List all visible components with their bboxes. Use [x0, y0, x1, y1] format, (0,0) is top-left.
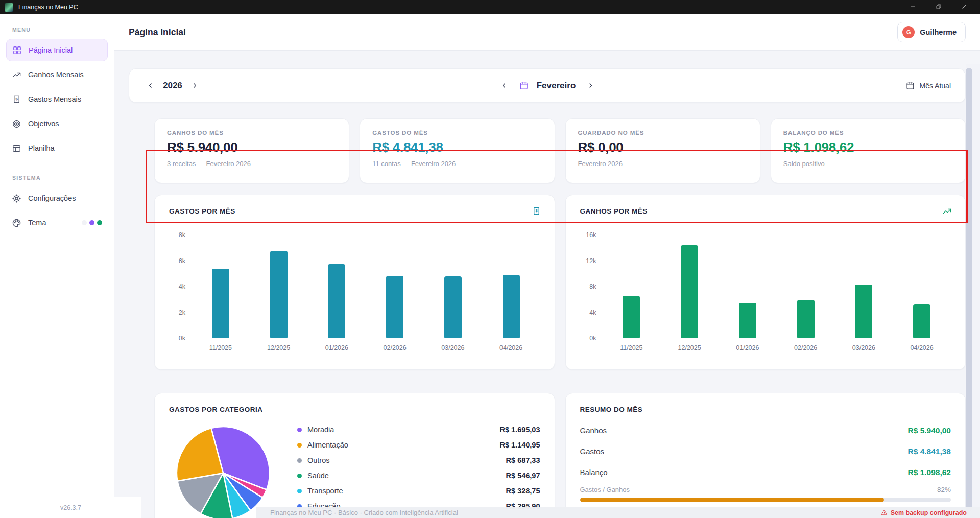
y-axis: 0k4k8k12k16k — [580, 233, 603, 351]
stat-card-ganhos: GANHOS DO MÊS R$ 5.940,00 3 receitas — F… — [154, 118, 349, 183]
sidebar-item-label: Planilha — [28, 144, 55, 152]
stat-value: R$ 5.940,00 — [167, 139, 337, 155]
backup-warning[interactable]: Sem backup configurado — [881, 509, 967, 516]
x-tick-label: 02/2026 — [794, 338, 817, 351]
window-title: Finanças no Meu PC — [18, 4, 78, 11]
y-tick-label: 0k — [589, 335, 596, 342]
resumo-row-gastos: Gastos R$ 4.841,38 — [580, 441, 951, 462]
legend-value: R$ 546,97 — [506, 472, 540, 480]
sidebar-item-planilha[interactable]: Planilha — [6, 137, 108, 159]
current-month-button[interactable]: Mês Atual — [905, 81, 951, 90]
theme-dot-green[interactable] — [97, 220, 102, 225]
ratio-row: Gastos / Ganhos 82% — [580, 486, 951, 493]
chart-title: GASTOS POR MÊS — [169, 207, 540, 215]
bar[interactable] — [681, 245, 698, 338]
minimize-icon — [910, 3, 916, 12]
bar[interactable] — [270, 251, 288, 338]
legend-label: Outros — [307, 456, 330, 464]
sidebar-item-pagina-inicial[interactable]: Página Inicial — [6, 39, 108, 61]
scrollbar-thumb[interactable] — [966, 68, 972, 511]
bar-chart-ganhos: 0k4k8k12k16k 11/202512/202501/202602/202… — [580, 233, 951, 351]
sidebar-item-label: Ganhos Mensais — [28, 70, 84, 79]
next-month-button[interactable] — [584, 79, 597, 92]
restore-button[interactable] — [926, 0, 951, 14]
bar-slot: 12/2025 — [660, 233, 719, 351]
month-label: Fevereiro — [537, 81, 576, 91]
ratio-progress-bar — [580, 498, 951, 502]
x-tick-label: 12/2025 — [678, 338, 701, 351]
next-year-button[interactable] — [188, 79, 202, 92]
gastos-por-categoria-card: GASTOS POR CATEGORIA MoradiaR$ 1.695,03A… — [154, 393, 555, 518]
legend-label: Saúde — [307, 472, 329, 480]
bar[interactable] — [913, 304, 930, 338]
bar[interactable] — [444, 276, 462, 338]
footer-app-info: Finanças no Meu PC · Básico · Criado com… — [270, 509, 458, 516]
stat-label: BALANÇO DO MÊS — [783, 130, 953, 136]
legend-dot — [297, 474, 302, 478]
sidebar: MENU Página Inicial Ganhos Mensais $ Gas… — [0, 14, 114, 518]
stat-subtext: 11 contas — Fevereiro 2026 — [372, 160, 542, 168]
sidebar-item-gastos-mensais[interactable]: $ Gastos Mensais — [6, 88, 108, 110]
sidebar-item-ganhos-mensais[interactable]: Ganhos Mensais — [6, 63, 108, 86]
bar[interactable] — [797, 300, 815, 338]
x-tick-label: 03/2026 — [441, 338, 464, 351]
card-title: RESUMO DO MÊS — [580, 406, 951, 413]
bar[interactable] — [212, 269, 229, 338]
y-tick-label: 4k — [179, 283, 185, 290]
theme-dot-light[interactable] — [82, 220, 87, 225]
sidebar-section-sistema: SISTEMA — [6, 175, 108, 181]
user-menu-button[interactable]: G Guilherme — [897, 22, 966, 42]
gastos-por-mes-chart-card: GASTOS POR MÊS $ 0k2k4k6k8k 11/202512/20… — [154, 195, 555, 370]
x-tick-label: 11/2025 — [209, 338, 232, 351]
sidebar-item-configuracoes[interactable]: Configurações — [6, 187, 108, 209]
dashboard-content: 2026 Fevereiro Mês Atual — [114, 51, 980, 518]
minimize-button[interactable] — [900, 0, 926, 14]
bar[interactable] — [386, 276, 403, 338]
pie-chart — [175, 425, 272, 518]
app-window: Finanças no Meu PC MENU Página Inicial — [0, 0, 980, 518]
x-tick-label: 01/2026 — [736, 338, 759, 351]
bar[interactable] — [503, 275, 520, 338]
ratio-progress-fill — [580, 498, 885, 502]
sidebar-item-objetivos[interactable]: Objetivos — [6, 112, 108, 135]
charts-row: GASTOS POR MÊS $ 0k2k4k6k8k 11/202512/20… — [154, 195, 966, 370]
page-header: Página Inicial G Guilherme — [114, 14, 980, 51]
bar[interactable] — [623, 296, 640, 338]
theme-dot-purple[interactable] — [89, 220, 94, 225]
grid-icon — [12, 45, 22, 55]
pie-legend: MoradiaR$ 1.695,03AlimentaçãoR$ 1.140,95… — [297, 422, 540, 514]
stat-label: GASTOS DO MÊS — [372, 130, 542, 136]
previous-month-button[interactable] — [497, 79, 511, 92]
y-tick-label: 12k — [586, 257, 596, 265]
previous-year-button[interactable] — [144, 79, 157, 92]
bar[interactable] — [328, 264, 345, 338]
legend-value: R$ 1.140,95 — [499, 441, 540, 449]
legend-dot — [297, 489, 302, 493]
month-selector: Fevereiro — [497, 79, 597, 92]
y-tick-label: 4k — [589, 309, 596, 316]
sidebar-item-tema[interactable]: Tema — [6, 211, 108, 234]
window-controls — [900, 0, 980, 14]
stats-row: GANHOS DO MÊS R$ 5.940,00 3 receitas — F… — [154, 118, 966, 183]
scrollbar-track[interactable] — [966, 64, 980, 507]
stat-label: GANHOS DO MÊS — [167, 130, 337, 136]
close-button[interactable] — [951, 0, 977, 14]
legend-row: MoradiaR$ 1.695,03 — [297, 422, 540, 437]
stat-subtext: Fevereiro 2026 — [578, 160, 748, 168]
receipt-icon: $ — [532, 206, 541, 216]
legend-value: R$ 687,33 — [506, 456, 540, 464]
bar[interactable] — [855, 285, 872, 338]
bar-slot: 11/2025 — [603, 233, 661, 351]
stat-card-guardado: GUARDADO NO MÊS R$ 0,00 Fevereiro 2026 — [565, 118, 760, 183]
restore-icon — [936, 3, 942, 12]
ratio-percent: 82% — [937, 486, 951, 493]
bar-slot: 02/2026 — [777, 233, 835, 351]
x-tick-label: 03/2026 — [852, 338, 875, 351]
avatar: G — [902, 26, 915, 38]
trending-up-icon — [12, 70, 21, 80]
bar-series: 11/202512/202501/202602/202603/202604/20… — [192, 233, 540, 351]
y-axis: 0k2k4k6k8k — [169, 233, 192, 351]
sidebar-section-menu: MENU — [6, 27, 108, 33]
bar[interactable] — [739, 303, 756, 338]
palette-icon — [12, 218, 21, 228]
